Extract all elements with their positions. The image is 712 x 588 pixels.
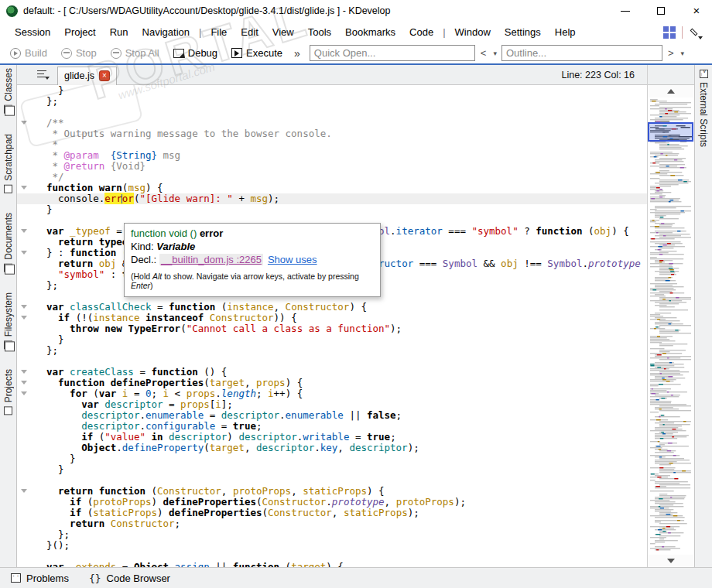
code-line[interactable]: }	[17, 453, 647, 464]
code-line[interactable]: }	[17, 85, 647, 96]
code-line[interactable]: function defineProperties(target, props)…	[17, 378, 647, 388]
menu-item-bookmarks[interactable]: Bookmarks	[338, 24, 402, 40]
code-line[interactable]: }	[17, 204, 647, 215]
fold-arrow-icon[interactable]	[21, 186, 27, 190]
minimap-viewport[interactable]	[648, 122, 693, 142]
fold-arrow-icon[interactable]	[21, 229, 27, 233]
code-line[interactable]: */	[17, 172, 647, 183]
outline-next-dropdown-icon[interactable]: ▾	[679, 50, 686, 57]
code-line[interactable]: * @param {String} msg	[17, 150, 647, 161]
code-line[interactable]: }	[17, 334, 647, 345]
minimize-button[interactable]	[621, 6, 630, 15]
fold-arrow-icon[interactable]	[21, 316, 27, 320]
tooltip-decl-link[interactable]: __builtin_dom.js :2265	[159, 254, 263, 265]
code-line[interactable]	[17, 475, 647, 486]
menu-item-settings[interactable]: Settings	[498, 24, 548, 40]
quick-open-input[interactable]: Quick Open...	[310, 45, 475, 61]
scroll-up-arrow[interactable]	[648, 85, 694, 97]
window-title: default: - [ C:/Users/WDAGUtilityAccount…	[23, 5, 621, 16]
outline-input[interactable]: Outline...	[501, 45, 662, 61]
code-line[interactable]: var createClass = function () {	[17, 367, 647, 378]
code-line[interactable]: if (!(instance instanceof Constructor)) …	[17, 313, 647, 323]
code-line[interactable]: var classCallCheck = function (instance,…	[17, 302, 647, 313]
code-line[interactable]: throw new TypeError("Cannot call a class…	[17, 323, 647, 334]
maximize-button[interactable]	[656, 6, 666, 15]
code-line[interactable]	[17, 356, 647, 367]
dock-tab-projects[interactable]: Projects	[3, 369, 14, 415]
menu-item-edit[interactable]: Edit	[234, 24, 265, 40]
code-line[interactable]	[17, 107, 647, 118]
code-line[interactable]	[17, 551, 647, 562]
menu-item-project[interactable]: Project	[57, 24, 102, 40]
menu-item-view[interactable]: View	[265, 24, 301, 40]
code-line[interactable]: console.error("[Glide warn]: " + msg);	[17, 193, 647, 204]
annotate-pen-icon[interactable]	[689, 26, 701, 39]
debug-button[interactable]: Debug	[168, 46, 223, 60]
code-line[interactable]: return Constructor;	[17, 518, 647, 529]
code-line[interactable]: };	[17, 96, 647, 107]
toolbar-overflow-chevron[interactable]: »	[291, 47, 303, 60]
dock-tab-scratchpad[interactable]: Scratchpad	[3, 134, 14, 193]
declaration-tooltip: function void () error Kind: Variable De…	[124, 223, 381, 297]
tab-glide-js[interactable]: glide.js ×	[57, 67, 117, 85]
code-line[interactable]: /**	[17, 118, 647, 128]
fold-arrow-icon[interactable]	[21, 391, 27, 395]
code-browser-toolview-button[interactable]: {} Code Browser	[89, 573, 170, 584]
fold-arrow-icon[interactable]	[21, 381, 27, 385]
fold-arrow-icon[interactable]	[21, 370, 27, 374]
menu-item-run[interactable]: Run	[103, 24, 135, 40]
code-line[interactable]: }();	[17, 540, 647, 551]
execute-button[interactable]: Execute	[226, 46, 288, 60]
menu-item-navigation[interactable]: Navigation	[135, 24, 197, 40]
menu-item-session[interactable]: Session	[8, 24, 57, 40]
minimap[interactable]	[648, 97, 694, 555]
fold-arrow-icon[interactable]	[21, 251, 27, 255]
fold-arrow-icon[interactable]	[21, 305, 27, 309]
code-line[interactable]: var descriptor = props[i];	[17, 399, 647, 410]
workspace-grid-icon[interactable]	[663, 26, 676, 39]
code-line[interactable]: }	[17, 464, 647, 475]
dock-tab-external-scripts[interactable]: External Scripts	[698, 70, 709, 147]
left-dock-tabs: ClassesScratchpadDocumentsFilesystemProj…	[0, 65, 17, 567]
document-list-icon[interactable]	[37, 70, 50, 80]
scroll-down-arrow[interactable]	[648, 555, 694, 567]
problems-toolview-button[interactable]: Problems	[11, 573, 69, 584]
stop-button[interactable]: Stop	[56, 46, 102, 60]
close-button[interactable]: ×	[692, 6, 701, 15]
outline-next-button[interactable]: >	[666, 47, 676, 59]
code-line[interactable]: * @return {Void}	[17, 161, 647, 172]
code-line[interactable]: if (protoProps) defineProperties(Constru…	[17, 497, 647, 508]
code-line[interactable]: for (var i = 0; i < props.length; i++) {	[17, 388, 647, 399]
code-line[interactable]: Object.defineProperty(target, descriptor…	[17, 443, 647, 453]
menu-item-window[interactable]: Window	[448, 24, 498, 40]
code-line[interactable]: *	[17, 139, 647, 150]
outline-prev-dropdown-icon[interactable]: ▾	[491, 50, 498, 57]
tooltip-show-uses-link[interactable]: Show uses	[268, 254, 317, 265]
code-editor[interactable]: }};/** * Outputs warning message to the …	[17, 85, 647, 567]
code-line[interactable]: if ("value" in descriptor) descriptor.wr…	[17, 432, 647, 443]
build-button[interactable]: Build	[5, 46, 53, 60]
menu-item-tools[interactable]: Tools	[301, 24, 338, 40]
code-line[interactable]: };	[17, 529, 647, 540]
dock-tab-classes[interactable]: Classes	[3, 68, 14, 114]
menu-item-code[interactable]: Code	[402, 24, 440, 40]
outline-prev-button[interactable]: <	[478, 47, 489, 59]
fold-arrow-icon[interactable]	[21, 489, 27, 493]
menu-items: SessionProjectRunNavigation|FileEditView…	[8, 24, 583, 40]
code-line[interactable]: };	[17, 345, 647, 356]
code-line[interactable]: return function (Constructor, protoProps…	[17, 486, 647, 497]
code-line[interactable]: function warn(msg) {	[17, 183, 647, 193]
code-line[interactable]: descriptor.enumerable = descriptor.enume…	[17, 410, 647, 421]
stop-all-button[interactable]: Stop All	[105, 46, 165, 60]
menu-item-help[interactable]: Help	[548, 24, 583, 40]
menu-item-file[interactable]: File	[204, 24, 234, 40]
code-line[interactable]: if (staticProps) defineProperties(Constr…	[17, 508, 647, 518]
classes-icon	[4, 105, 12, 114]
tab-close-icon[interactable]: ×	[99, 70, 110, 81]
dock-tab-filesystem[interactable]: Filesystem	[3, 292, 14, 349]
code-line[interactable]: * Outputs warning message to the bowser …	[17, 128, 647, 139]
dock-tab-documents[interactable]: Documents	[3, 213, 14, 272]
code-line[interactable]: descriptor.configurable = true;	[17, 421, 647, 432]
code-line[interactable]: var _extends = Object.assign || function…	[17, 562, 647, 567]
fold-arrow-icon[interactable]	[21, 121, 27, 125]
